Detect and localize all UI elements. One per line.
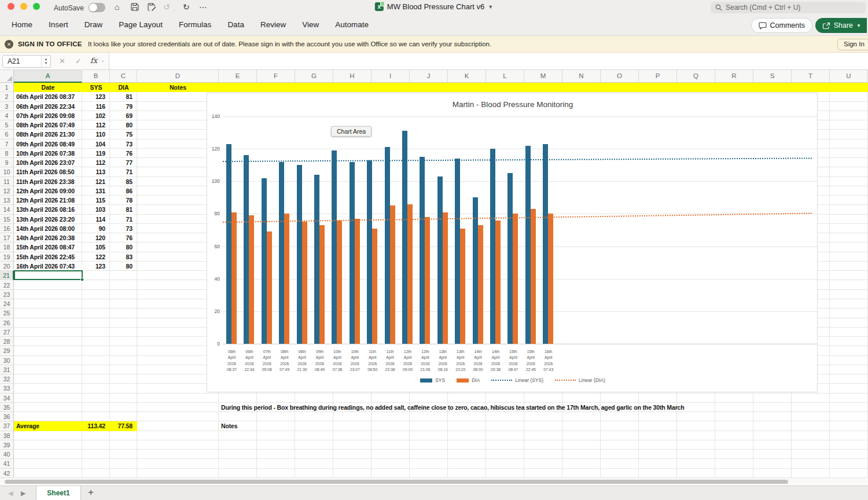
select-all-corner[interactable] [0, 70, 14, 83]
next-sheet-icon[interactable]: ▶ [21, 490, 25, 497]
row-header-21[interactable]: 21 [0, 271, 14, 280]
cell-dia[interactable]: 79 [110, 102, 133, 111]
cell-date[interactable]: 15th April 2026 22:45 [16, 252, 75, 262]
row-header-2[interactable]: 2 [0, 92, 13, 101]
column-header-S[interactable]: S [753, 70, 792, 82]
row-header-30[interactable]: 30 [0, 356, 13, 365]
header-cell-date[interactable]: Date [14, 83, 82, 92]
cell-date[interactable]: 11th April 2026 23:38 [16, 177, 74, 186]
close-window-button[interactable] [8, 3, 14, 10]
horizontal-scrollbar-thumb[interactable] [5, 480, 788, 484]
ribbon-tab-draw[interactable]: Draw [76, 15, 111, 36]
cell-dia[interactable]: 81 [110, 205, 133, 214]
cell-sys[interactable]: 102 [82, 111, 105, 120]
cell-dia[interactable]: 80 [110, 262, 133, 271]
cell-date[interactable]: 14th April 2026 20:38 [16, 233, 75, 242]
cell-date[interactable]: 14th April 2026 08:00 [16, 224, 75, 233]
row-header-33[interactable]: 33 [0, 384, 13, 393]
share-button[interactable]: Share ▼ [815, 18, 867, 33]
cell-date[interactable]: 09th April 2026 08:49 [16, 139, 75, 149]
column-header-Q[interactable]: Q [677, 70, 715, 82]
row-header-29[interactable]: 29 [0, 346, 13, 355]
cell-sys[interactable]: 120 [82, 233, 105, 242]
column-header-P[interactable]: P [639, 70, 677, 82]
name-box-stepper[interactable]: ▲▼ [41, 56, 50, 67]
cell-sys[interactable]: 90 [82, 224, 105, 233]
cell-dia[interactable]: 76 [110, 149, 133, 158]
row-header-6[interactable]: 6 [0, 130, 13, 139]
row-header-31[interactable]: 31 [0, 365, 13, 374]
period-notes-cell[interactable]: During this period - Box breathing durin… [221, 403, 685, 412]
column-header-A[interactable]: A [14, 70, 82, 83]
undo-icon[interactable]: ↺ [163, 2, 170, 12]
row-header-24[interactable]: 24 [0, 299, 13, 308]
cell-sys[interactable]: 122 [82, 252, 105, 262]
column-header-T[interactable]: T [792, 70, 830, 82]
column-header-B[interactable]: B [82, 70, 110, 82]
cell-date[interactable]: 12th April 2026 21:08 [16, 196, 75, 205]
column-header-U[interactable]: U [830, 70, 868, 82]
cell-sys[interactable]: 116 [82, 102, 105, 111]
column-header-H[interactable]: H [333, 70, 372, 82]
row-header-14[interactable]: 14 [0, 205, 13, 214]
more-commands-icon[interactable]: ⋯ [199, 2, 207, 12]
cell-sys[interactable]: 114 [82, 215, 105, 224]
fx-chevron-icon[interactable]: ⌄ [101, 58, 105, 63]
redo-icon[interactable]: ↻ [183, 2, 190, 12]
sign-in-button[interactable]: Sign In [837, 39, 868, 50]
row-header-5[interactable]: 5 [0, 120, 13, 130]
row-header-18[interactable]: 18 [0, 242, 13, 252]
chart-object[interactable]: Martin - Blood Pressure Monitoring Chart… [207, 93, 818, 392]
column-header-F[interactable]: F [257, 70, 295, 82]
cell-sys[interactable]: 131 [82, 186, 105, 196]
cell-date[interactable]: 08th April 2026 21:30 [16, 130, 75, 139]
header-cell-dia[interactable]: DIA [110, 83, 137, 92]
column-header-J[interactable]: J [410, 70, 448, 82]
cell-dia[interactable]: 75 [110, 130, 133, 139]
row-header-8[interactable]: 8 [0, 149, 13, 158]
row-header-20[interactable]: 20 [0, 262, 13, 271]
cell-dia[interactable]: 80 [110, 242, 133, 252]
row-header-27[interactable]: 27 [0, 328, 13, 337]
row-header-34[interactable]: 34 [0, 394, 13, 403]
average-dia-cell[interactable]: 77.58 [110, 421, 133, 431]
cell-dia[interactable]: 73 [110, 224, 133, 233]
row-header-42[interactable]: 42 [0, 469, 13, 478]
cell-dia[interactable]: 83 [110, 252, 133, 262]
zoom-window-button[interactable] [33, 3, 40, 10]
cell-dia[interactable]: 76 [110, 233, 133, 242]
row-header-11[interactable]: 11 [0, 177, 13, 186]
row-header-19[interactable]: 19 [0, 252, 13, 262]
row-header-36[interactable]: 36 [0, 412, 13, 421]
autosave-toggle[interactable] [89, 3, 105, 12]
cell-dia[interactable]: 78 [110, 196, 133, 205]
row-header-37[interactable]: 37 [0, 421, 13, 431]
cell-date[interactable]: 13th April 2026 23:20 [16, 215, 75, 224]
add-sheet-button[interactable]: + [88, 487, 94, 498]
row-header-13[interactable]: 13 [0, 196, 13, 205]
cell-dia[interactable]: 86 [110, 186, 133, 196]
row-header-28[interactable]: 28 [0, 337, 13, 346]
row-header-16[interactable]: 16 [0, 224, 13, 233]
ribbon-tab-home[interactable]: Home [3, 15, 41, 36]
cell-date[interactable]: 08th April 2026 07:49 [16, 120, 75, 130]
cell-dia[interactable]: 81 [110, 92, 133, 101]
minimize-window-button[interactable] [20, 3, 27, 10]
row-header-22[interactable]: 22 [0, 281, 13, 290]
cell-date[interactable]: 10th April 2026 23:07 [16, 158, 75, 167]
cell-dia[interactable]: 80 [110, 120, 133, 130]
column-header-D[interactable]: D [137, 70, 219, 82]
ribbon-tab-insert[interactable]: Insert [41, 15, 76, 36]
cell-sys[interactable]: 121 [82, 177, 105, 186]
header-cell-sys[interactable]: SYS [82, 83, 110, 92]
row-header-12[interactable]: 12 [0, 186, 13, 196]
row-header-4[interactable]: 4 [0, 111, 13, 120]
cell-sys[interactable]: 123 [82, 262, 105, 271]
cell-sys[interactable]: 105 [82, 242, 105, 252]
insert-function-button[interactable]: fx [90, 56, 97, 65]
cell-sys[interactable]: 123 [82, 92, 105, 101]
title-chevron-icon[interactable]: ▼ [488, 4, 493, 10]
row-header-38[interactable]: 38 [0, 431, 13, 440]
column-header-M[interactable]: M [524, 70, 562, 82]
row-header-41[interactable]: 41 [0, 459, 13, 468]
